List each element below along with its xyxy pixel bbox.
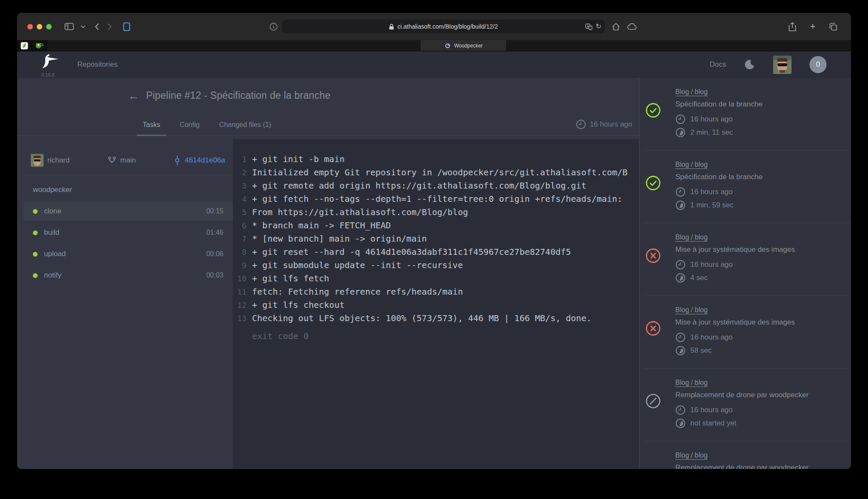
pipeline-history-sidebar: Blog / blog Spécification de la branche … <box>639 78 851 469</box>
leaf-icon <box>21 42 28 50</box>
clock-icon <box>675 405 686 415</box>
user-avatar[interactable] <box>773 56 792 74</box>
new-tab-button[interactable]: + <box>810 22 815 31</box>
tab-changed-files[interactable]: Changed files (1) <box>213 121 277 136</box>
pinned-tab-gitea[interactable] <box>32 40 47 51</box>
repo-link[interactable]: Blog / blog <box>675 306 708 314</box>
url-text: ci.athaliasoft.com/Blog/blog/build/12/2 <box>397 23 498 30</box>
pinned-tab-leaf[interactable] <box>17 40 32 51</box>
console-line: 3+ git remote add origin https://git.ath… <box>233 179 639 192</box>
minimize-window-button[interactable] <box>37 24 42 30</box>
commit-message: Mise à jour systématique des images <box>675 318 795 327</box>
back-arrow-icon[interactable]: ← <box>128 90 139 101</box>
history-entry[interactable]: Blog / blog Mise à jour systématique des… <box>639 223 851 296</box>
teacup-icon <box>35 42 44 49</box>
commit-icon <box>174 156 181 165</box>
repo-link[interactable]: Blog / blog <box>675 161 708 168</box>
console-line: 2Initialized empty Git repository in /wo… <box>233 166 639 179</box>
console-line: 6* branch main -> FETCH_HEAD <box>233 219 639 232</box>
app-version: 0.15.8 <box>41 72 55 77</box>
console-line: 7* [new branch] main -> origin/main <box>233 232 639 245</box>
translate-icon[interactable]: A <box>585 24 592 30</box>
console-line: 13Checking out LFS objects: 100% (573/57… <box>233 312 639 325</box>
browser-window: ci.athaliasoft.com/Blog/blog/build/12/2 … <box>17 13 851 469</box>
page-info-icon[interactable] <box>270 23 278 31</box>
history-entry[interactable]: Blog / blog Spécification de la branche … <box>639 151 851 223</box>
console-line: 12+ git lfs checkout <box>233 298 639 312</box>
nav-repositories[interactable]: Repositories <box>77 60 118 69</box>
tab-tasks[interactable]: Tasks <box>137 121 166 136</box>
console-output[interactable]: 1+ git init -b main 2Initialized empty G… <box>233 139 639 469</box>
clock-icon <box>675 187 686 197</box>
share-icon[interactable] <box>789 22 796 31</box>
status-success-icon <box>645 103 661 118</box>
step-clone[interactable]: clone 00:15 <box>23 202 233 221</box>
status-skipped-icon <box>645 393 661 409</box>
sidebar-toggle-icon[interactable] <box>65 23 74 30</box>
pipeline-tabs: Tasks Config Changed files (1) 16 hours … <box>17 109 639 136</box>
repo-link[interactable]: Blog / blog <box>675 88 708 96</box>
step-notify[interactable]: notify 00:03 <box>23 266 233 285</box>
step-upload[interactable]: upload 00:06 <box>23 245 233 263</box>
svg-text:A: A <box>586 24 589 28</box>
pipeline-created-time: 16 hours ago <box>576 119 632 130</box>
tab-strip: Woodpecker <box>17 40 851 51</box>
console-line: 8+ git reset --hard -q 4614d1e06a3dabf31… <box>233 245 639 259</box>
duration-icon <box>675 200 686 210</box>
chevron-down-icon[interactable] <box>81 25 85 28</box>
exit-code: exit code 0 <box>252 331 639 341</box>
zoom-window-button[interactable] <box>46 24 52 30</box>
commit-link[interactable]: 4614d1e06a <box>174 156 225 165</box>
step-status-dot <box>33 252 38 257</box>
close-window-button[interactable] <box>27 24 33 30</box>
console-line: 1+ git init -b main <box>233 153 639 166</box>
author-avatar <box>31 154 44 167</box>
home-icon[interactable] <box>612 23 620 31</box>
reload-icon[interactable]: ↻ <box>596 23 601 30</box>
duration-icon <box>675 127 686 138</box>
commit-message: Remplacement de drone par woodpecker <box>675 464 809 469</box>
cloud-tabs-icon[interactable] <box>627 23 637 30</box>
address-bar[interactable]: ci.athaliasoft.com/Blog/blog/build/12/2 … <box>282 20 605 33</box>
queue-count-badge[interactable]: 0 <box>809 56 827 73</box>
commit-message: Remplacement de drone par woodpecker <box>675 391 809 399</box>
browser-tab-woodpecker[interactable]: Woodpecker <box>421 40 506 51</box>
history-entry[interactable]: Blog / blog Spécification de la branche … <box>639 78 851 151</box>
status-success-icon <box>645 175 661 191</box>
pipeline-author: richard <box>31 154 70 167</box>
repo-link[interactable]: Blog / blog <box>675 452 708 459</box>
history-entry[interactable]: Blog / blog Remplacement de drone par wo… <box>639 441 851 469</box>
commit-message: Mise à jour systématique des images <box>675 245 795 254</box>
window-controls <box>27 24 52 30</box>
clock-icon <box>675 332 686 343</box>
woodpecker-app: 0.15.8 Repositories Docs 0 ← Pipeline #1… <box>17 51 851 469</box>
commit-message: Spécification de la branche <box>675 173 762 181</box>
duration-icon <box>675 273 686 283</box>
branch-icon <box>108 156 116 165</box>
status-failure-icon <box>645 321 661 336</box>
step-build[interactable]: build 01:46 <box>23 223 233 242</box>
console-line: 10+ git lfs fetch <box>233 272 639 285</box>
step-status-dot <box>33 230 38 235</box>
duration-icon <box>675 345 686 356</box>
divider <box>23 175 233 175</box>
back-button[interactable] <box>95 23 99 30</box>
pipeline-main: ← Pipeline #12 - Spécification de la bra… <box>17 78 639 469</box>
woodpecker-logo[interactable]: 0.15.8 <box>41 53 60 77</box>
tab-overview-icon[interactable] <box>829 23 837 31</box>
pipeline-title: Pipeline #12 - Spécification de la branc… <box>146 90 331 101</box>
repo-link[interactable]: Blog / blog <box>675 233 708 241</box>
clock-icon <box>675 260 686 270</box>
docs-link[interactable]: Docs <box>710 60 726 69</box>
history-entry[interactable]: Blog / blog Mise à jour systématique des… <box>639 296 851 369</box>
tab-config[interactable]: Config <box>174 121 205 136</box>
repo-link[interactable]: Blog / blog <box>675 379 708 387</box>
steps-group-label: woodpecker <box>33 186 233 194</box>
steps-panel: richard main 4614d1e06a woodpecker clo <box>23 148 233 287</box>
reader-page-icon[interactable] <box>123 22 130 31</box>
console-line: 9+ git submodule update --init --recursi… <box>233 259 639 272</box>
step-status-dot <box>33 209 38 214</box>
history-entry[interactable]: Blog / blog Remplacement de drone par wo… <box>639 369 851 441</box>
forward-button[interactable] <box>108 23 112 30</box>
moon-icon[interactable] <box>744 59 755 70</box>
